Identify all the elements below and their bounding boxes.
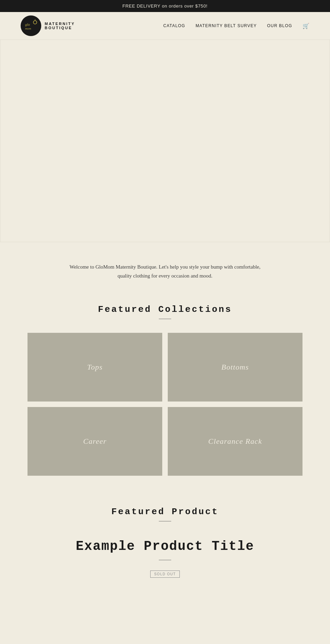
- header: glo mom MATERNITY BOUTIQUE CATALOG MATER…: [0, 12, 330, 39]
- welcome-section: Welcome to GloMom Maternity Boutique. Le…: [0, 242, 330, 294]
- logo-circle: glo mom: [21, 15, 41, 36]
- collection-label-career: Career: [83, 437, 107, 446]
- featured-product-title: Featured Product: [28, 507, 302, 517]
- main-nav: CATALOG MATERNITY BELT SURVEY OUR BLOG 🛒: [163, 23, 309, 29]
- collections-divider: [159, 319, 171, 319]
- cart-icon[interactable]: 🛒: [302, 23, 309, 29]
- logo[interactable]: glo mom MATERNITY BOUTIQUE: [21, 15, 75, 36]
- collections-grid: Tops Bottoms Career Clearance Rack: [28, 333, 302, 476]
- svg-point-2: [33, 21, 37, 24]
- logo-boutique: BOUTIQUE: [45, 26, 75, 30]
- nav-survey[interactable]: MATERNITY BELT SURVEY: [196, 23, 257, 28]
- logo-text: MATERNITY BOUTIQUE: [45, 22, 75, 30]
- featured-collections-section: Featured Collections Tops Bottoms Career…: [0, 294, 330, 496]
- collection-card-bottoms[interactable]: Bottoms: [168, 333, 302, 402]
- collection-label-tops: Tops: [87, 363, 102, 372]
- hero-section: [0, 39, 330, 242]
- nav-blog[interactable]: OUR BLOG: [267, 23, 292, 28]
- svg-text:glo: glo: [25, 22, 30, 26]
- product-name: Example Product Title: [28, 539, 302, 554]
- featured-collections-title: Featured Collections: [28, 304, 302, 315]
- nav-catalog[interactable]: CATALOG: [163, 23, 185, 28]
- svg-text:mom: mom: [25, 27, 31, 30]
- collection-label-bottoms: Bottoms: [221, 363, 249, 372]
- top-banner: FREE DELIVERY on orders over $750!: [0, 0, 330, 12]
- welcome-text: Welcome to GloMom Maternity Boutique. Le…: [69, 263, 261, 280]
- logo-maternity: MATERNITY: [45, 22, 75, 26]
- collection-card-career[interactable]: Career: [28, 407, 162, 476]
- featured-product-section: Featured Product Example Product Title S…: [0, 496, 330, 591]
- collection-label-clearance: Clearance Rack: [208, 437, 262, 446]
- logo-svg: glo mom: [23, 18, 38, 33]
- banner-text: FREE DELIVERY on orders over $750!: [122, 3, 208, 9]
- featured-product-divider: [159, 521, 171, 521]
- collection-card-tops[interactable]: Tops: [28, 333, 162, 402]
- collection-card-clearance[interactable]: Clearance Rack: [168, 407, 302, 476]
- sold-out-badge: SOLD OUT: [150, 570, 179, 578]
- product-divider: [159, 560, 171, 560]
